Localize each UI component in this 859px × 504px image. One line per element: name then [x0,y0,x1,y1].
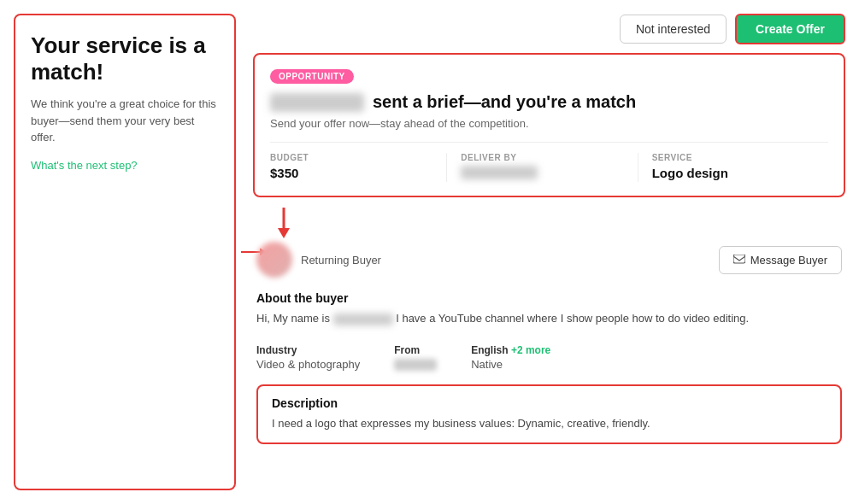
deliver-by-label: DELIVER BY [461,153,623,162]
language-label-text: English [471,344,508,356]
description-title: Description [272,396,827,410]
buyer-section: Returning Buyer Message Buyer About the … [253,242,845,444]
opportunity-title: sent a brief—and you're a match [270,92,828,112]
match-panel: Your service is a match! We think you're… [14,14,236,490]
opportunity-title-text: sent a brief—and you're a match [373,92,636,112]
opportunity-subtitle: Send your offer now—stay ahead of the co… [270,117,828,130]
opportunity-details: BUDGET $350 DELIVER BY SERVICE Logo desi… [270,142,828,182]
from-label: From [394,344,437,356]
down-arrow-container [253,208,845,238]
budget-label: BUDGET [270,153,432,162]
from-col: From [394,344,437,372]
language-level: Native [471,358,550,371]
language-label: English +2 more [471,344,550,356]
buyer-tag: Returning Buyer [301,254,381,267]
about-buyer-text: Hi, My name is I have a YouTube channel … [256,310,842,327]
buyer-info: Returning Buyer [256,242,381,278]
buyer-header: Returning Buyer Message Buyer [256,242,842,278]
down-arrow-icon [275,208,292,238]
not-interested-button[interactable]: Not interested [620,15,727,44]
deliver-by-value [461,166,623,182]
message-buyer-label: Message Buyer [750,254,827,267]
country-blurred [394,359,437,371]
language-col: English +2 more Native [471,344,550,372]
action-bar: Not interested Create Offer [253,14,845,44]
service-detail: SERVICE Logo design [652,153,828,182]
next-step-link[interactable]: What's the next step? [31,159,138,172]
budget-detail: BUDGET $350 [270,153,447,182]
deliver-by-detail: DELIVER BY [461,153,638,182]
industry-col: Industry Video & photography [256,344,360,372]
sender-name-blurred [270,93,364,112]
language-extra: +2 more [511,344,550,356]
svg-marker-3 [278,228,290,238]
about-buyer-title: About the buyer [256,291,842,305]
opportunity-badge: OPPORTUNITY [270,69,354,84]
service-value: Logo design [652,166,815,180]
svg-rect-4 [733,255,745,263]
buyer-meta: Industry Video & photography From Englis… [256,344,842,372]
match-description: We think you're a great choice for this … [31,96,219,146]
buyer-avatar [256,242,292,278]
service-label: SERVICE [652,153,815,162]
description-text: I need a logo that expresses my business… [272,415,827,432]
from-value [394,358,437,372]
description-section: Description I need a logo that expresses… [256,384,842,444]
match-title: Your service is a match! [31,32,219,85]
message-buyer-button[interactable]: Message Buyer [719,246,842,274]
buyer-name-blurred [333,314,393,325]
right-panel: Not interested Create Offer OPPORTUNITY … [253,14,845,490]
deliver-by-date-blurred [461,166,538,179]
industry-value: Video & photography [256,358,360,371]
message-icon [733,255,745,265]
create-offer-button[interactable]: Create Offer [735,14,845,44]
opportunity-card: OPPORTUNITY sent a brief—and you're a ma… [253,53,845,197]
budget-value: $350 [270,166,432,180]
industry-label: Industry [256,344,360,356]
about-buyer: About the buyer Hi, My name is I have a … [256,291,842,327]
